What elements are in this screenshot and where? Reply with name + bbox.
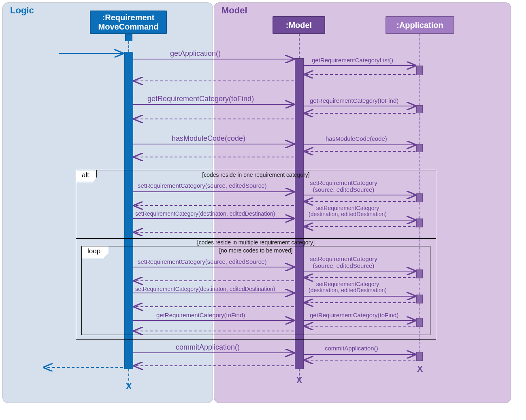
- activation-app: [416, 352, 423, 361]
- blue-square-icon: [125, 34, 132, 41]
- dashed-line: [420, 75, 420, 105]
- message-label: getRequirementCategory(toFind): [310, 97, 398, 104]
- fragment-loop-guard: [no more codes to be moved]: [219, 247, 292, 254]
- activation-app: [416, 66, 423, 75]
- message-label: setRequirementCategory (source, editedSo…: [310, 180, 377, 193]
- message-label: setRequirementCategory (destination, edi…: [309, 281, 387, 294]
- dashed-line: [420, 34, 420, 66]
- fragment-alt-label: alt: [76, 170, 97, 182]
- lifeline-requirement-move-command: :Requirement MoveCommand: [90, 11, 167, 34]
- message-label: setRequirementCategory(source, editedSou…: [138, 182, 267, 189]
- message-label: setRequirementCategory(source, editedSou…: [138, 258, 267, 265]
- message-label: getRequirementCategory(toFind): [156, 312, 245, 318]
- message-label: getRequirementCategory(toFind): [147, 95, 254, 103]
- destroy-icon: X: [126, 381, 132, 392]
- text: (destination, editedDestination): [309, 287, 387, 293]
- message-label: getApplication(): [170, 49, 221, 58]
- message-label: getRequirementCategoryList(): [312, 57, 393, 64]
- text: setRequirementCategory: [310, 179, 377, 186]
- text: setRequirementCategory: [316, 281, 379, 287]
- text: (destination, editedDestination): [309, 211, 387, 217]
- fragment-alt-guard-1: [codes reside in one requirement categor…: [202, 172, 309, 178]
- message-label: hasModuleCode(code): [326, 135, 387, 142]
- message-label: setRequirementCategory(destinaton, edite…: [135, 210, 275, 217]
- lifeline-model: :Model: [273, 16, 325, 34]
- dashed-line: [299, 34, 300, 58]
- text: setRequirementCategory: [316, 205, 379, 211]
- panel-logic-title: Logic: [10, 5, 34, 16]
- message-label: hasModuleCode(code): [172, 134, 245, 143]
- fragment-divider: [76, 238, 436, 239]
- fragment-alt-guard-2: [codes reside in multiple requirement ca…: [197, 239, 315, 246]
- text: setRequirementCategory: [310, 255, 377, 262]
- fragment-loop-label: loop: [81, 246, 108, 258]
- message-label: commitApplication(): [176, 343, 240, 352]
- message-label: setRequirementCategory (destination, edi…: [309, 205, 387, 218]
- destroy-icon: X: [417, 364, 423, 374]
- message-label: commitApplication(): [325, 345, 378, 352]
- dashed-line: [128, 41, 129, 52]
- panel-model-title: Model: [221, 5, 247, 16]
- message-label: setRequirementCategory (source, editedSo…: [310, 256, 377, 269]
- destroy-icon: X: [296, 375, 302, 386]
- message-label: getRequirementCategory(toFind): [310, 312, 398, 318]
- message-label: setRequirementCategory(destinaton, edite…: [135, 286, 275, 292]
- activation-app: [416, 144, 423, 152]
- text: (source, editedSource): [313, 186, 375, 193]
- dashed-line: [420, 113, 420, 144]
- text: (source, editedSource): [313, 262, 375, 269]
- lifeline-application: :Application: [385, 16, 454, 34]
- activation-app: [416, 105, 423, 113]
